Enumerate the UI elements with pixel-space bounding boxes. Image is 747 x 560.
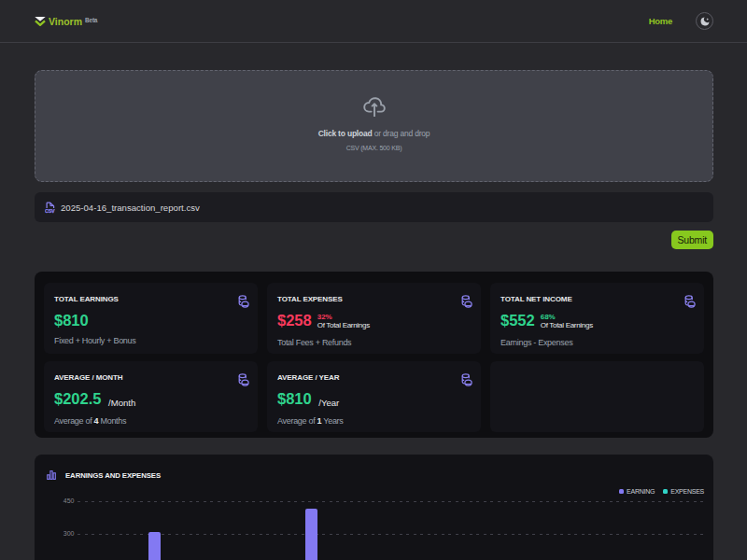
- svg-text:CSV: CSV: [45, 208, 55, 214]
